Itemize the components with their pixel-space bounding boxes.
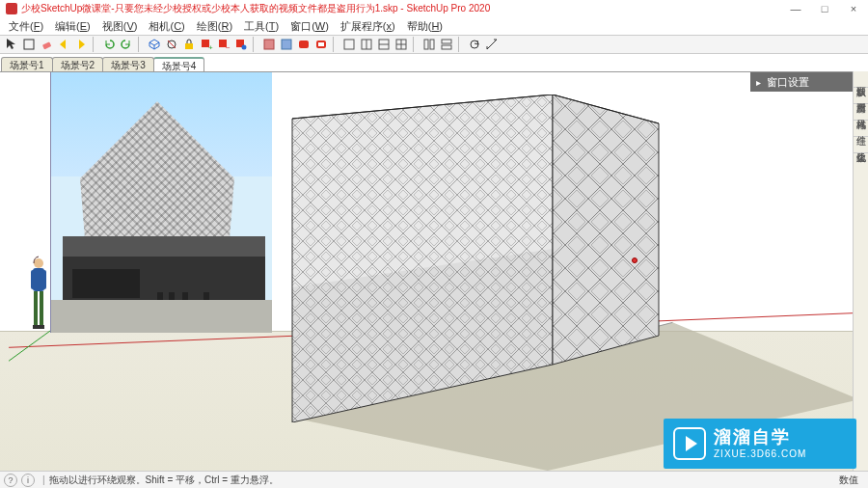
menu-camera[interactable]: 相机(C) xyxy=(144,18,189,35)
window-title: 少校SketchUp微课堂-只要您未经少校授权或少校本人获取的视频文件都是盗用行… xyxy=(21,2,490,15)
group-remove-icon[interactable]: − xyxy=(216,37,231,52)
dock-tab-styles[interactable]: 风格样式 xyxy=(854,104,868,121)
menu-file[interactable]: 文件(F) xyxy=(4,18,48,35)
menu-draw[interactable]: 绘图(R) xyxy=(192,18,237,35)
sync-icon[interactable] xyxy=(467,37,482,52)
lock-icon[interactable] xyxy=(181,37,197,52)
svg-rect-34 xyxy=(42,270,46,289)
menu-window[interactable]: 窗口(W) xyxy=(285,18,334,35)
scene-tab-4[interactable]: 场景号4 xyxy=(153,57,205,71)
toolbar-separator xyxy=(93,37,97,52)
svg-rect-24 xyxy=(424,40,428,49)
dock-tab-default[interactable]: 默认面板 xyxy=(854,71,868,88)
svg-text:+: + xyxy=(208,43,213,51)
component-tool-icon[interactable] xyxy=(21,37,37,52)
svg-rect-37 xyxy=(33,325,39,329)
layout-2-icon[interactable] xyxy=(359,37,374,52)
layout-5-icon[interactable] xyxy=(421,37,437,52)
viewport[interactable]: ▸ 窗口设置 × xyxy=(0,71,868,471)
svg-rect-12 xyxy=(282,40,291,49)
help-icon[interactable]: ? xyxy=(4,474,17,487)
svg-rect-38 xyxy=(39,325,44,329)
tray-panel-header[interactable]: ▸ 窗口设置 × xyxy=(750,72,868,92)
seek-prev-icon[interactable] xyxy=(56,37,71,52)
svg-line-28 xyxy=(487,40,497,49)
minimize-button[interactable]: — xyxy=(781,0,810,17)
watermark-badge: 溜溜自学 ZIXUE.3D66.COM xyxy=(664,419,856,469)
building-base xyxy=(63,236,265,304)
toolbar-separator xyxy=(253,37,258,52)
toolbar-separator xyxy=(333,37,338,52)
svg-rect-13 xyxy=(299,41,309,48)
status-sep: | xyxy=(42,474,45,485)
dock-tab-components[interactable]: 组件 xyxy=(854,121,868,137)
panel-arrow-icon: ▸ xyxy=(756,77,761,88)
app-logo-icon xyxy=(6,3,17,14)
title-bar: 少校SketchUp微课堂-只要您未经少校授权或少校本人获取的视频文件都是盗用行… xyxy=(0,0,868,17)
texture-cube-icon[interactable] xyxy=(261,37,277,52)
svg-point-10 xyxy=(242,45,247,50)
close-button[interactable]: × xyxy=(839,0,868,17)
menu-extensions[interactable]: 扩展程序(x) xyxy=(336,18,400,35)
status-bar: ? i | 拖动以进行环绕观察。Shift = 平移，Ctrl = 重力悬浮。 … xyxy=(0,471,868,488)
scene-tab-1[interactable]: 场景号1 xyxy=(1,57,53,71)
undo-icon[interactable] xyxy=(101,37,117,52)
svg-rect-16 xyxy=(344,40,354,49)
dock-tab-soften[interactable]: 柔化边线 xyxy=(854,137,868,153)
svg-rect-4 xyxy=(185,43,193,49)
select-tool-icon[interactable] xyxy=(4,37,19,52)
maximize-button[interactable]: □ xyxy=(810,0,839,17)
origin-marker-icon xyxy=(632,258,637,263)
menu-tools[interactable]: 工具(T) xyxy=(239,18,284,35)
svg-rect-25 xyxy=(430,40,434,49)
toolbar-separator xyxy=(458,37,463,52)
main-toolbar: + − xyxy=(0,35,868,54)
scene-tabs: 场景号1 场景号2 场景号3 场景号4 xyxy=(0,54,868,71)
scale-figure-icon xyxy=(28,256,49,331)
menu-bar: 文件(F) 编辑(E) 视图(V) 相机(C) 绘图(R) 工具(T) 窗口(W… xyxy=(0,17,868,35)
svg-rect-35 xyxy=(34,291,38,326)
eraser-tool-icon[interactable] xyxy=(39,37,54,52)
svg-rect-15 xyxy=(318,42,324,46)
scene-tab-2[interactable]: 场景号2 xyxy=(52,57,104,71)
info-icon[interactable]: i xyxy=(21,474,35,487)
toolbar-separator xyxy=(138,37,143,52)
play-icon xyxy=(673,427,706,460)
explode-icon[interactable] xyxy=(164,37,179,52)
svg-point-31 xyxy=(34,258,43,268)
svg-rect-1 xyxy=(42,41,51,49)
svg-rect-0 xyxy=(24,40,34,49)
right-dock-tabs: 默认面板 材质图库 风格样式 组件 柔化边线 xyxy=(853,71,868,471)
layout-1-icon[interactable] xyxy=(341,37,357,52)
panel-title: 窗口设置 xyxy=(767,75,809,90)
group-add-icon[interactable]: + xyxy=(199,37,214,52)
watermark-brand: 溜溜自学 xyxy=(714,427,806,448)
svg-rect-33 xyxy=(31,270,35,289)
svg-rect-26 xyxy=(442,40,451,43)
pavement xyxy=(51,300,272,333)
menu-edit[interactable]: 编辑(E) xyxy=(50,18,95,35)
scene-tab-3[interactable]: 场景号3 xyxy=(102,57,154,71)
group-replace-icon[interactable] xyxy=(233,37,249,52)
layout-6-icon[interactable] xyxy=(439,37,454,52)
dock-tab-materials[interactable]: 材质图库 xyxy=(854,88,868,104)
measure-icon[interactable] xyxy=(484,37,500,52)
layout-3-icon[interactable] xyxy=(376,37,392,52)
red-tool-2-icon[interactable] xyxy=(313,37,329,52)
seek-next-icon[interactable] xyxy=(73,37,89,52)
svg-text:−: − xyxy=(226,43,231,51)
redo-icon[interactable] xyxy=(119,37,134,52)
red-tool-1-icon[interactable] xyxy=(296,37,312,52)
window-controls: — □ × xyxy=(781,0,868,17)
menu-help[interactable]: 帮助(H) xyxy=(402,18,448,35)
svg-rect-27 xyxy=(442,45,451,49)
svg-rect-11 xyxy=(264,40,274,49)
toolbar-separator xyxy=(413,37,418,52)
menu-view[interactable]: 视图(V) xyxy=(97,18,143,35)
reference-image xyxy=(50,72,272,333)
layout-4-icon[interactable] xyxy=(393,37,409,52)
material-icon[interactable] xyxy=(279,37,294,52)
watermark-url: ZIXUE.3D66.COM xyxy=(714,448,806,460)
iso-view-icon[interactable] xyxy=(147,37,162,52)
cube-model[interactable] xyxy=(287,95,664,422)
